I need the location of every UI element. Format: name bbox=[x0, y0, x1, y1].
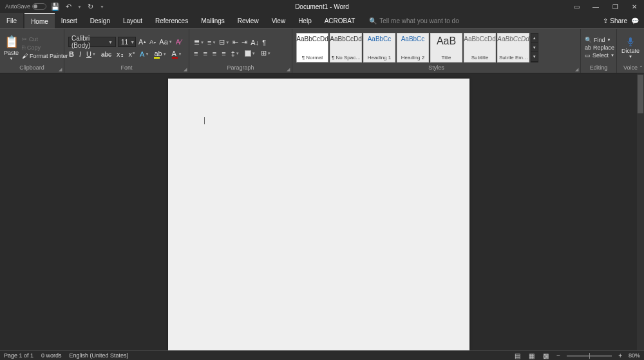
select-button[interactable]: ▭Select▼ bbox=[585, 52, 614, 59]
zoom-slider[interactable] bbox=[567, 355, 612, 357]
redo-icon[interactable]: ↻ bbox=[87, 3, 95, 10]
show-marks-button[interactable]: ¶ bbox=[261, 39, 267, 46]
tab-acrobat[interactable]: ACROBAT bbox=[318, 13, 362, 28]
gallery-down-button[interactable]: ▾ bbox=[531, 43, 538, 53]
grow-font-button[interactable]: A▴ bbox=[138, 38, 147, 46]
bullets-button[interactable]: ≣▼ bbox=[193, 38, 205, 46]
justify-button[interactable]: ≡ bbox=[221, 50, 226, 57]
document-canvas[interactable] bbox=[0, 73, 637, 350]
font-name-dropdown[interactable]: Calibri (Body)▼ bbox=[68, 37, 116, 47]
bold-button[interactable]: B bbox=[68, 50, 75, 58]
font-group-label: Font bbox=[120, 64, 132, 71]
tab-view[interactable]: View bbox=[265, 13, 292, 28]
tab-layout[interactable]: Layout bbox=[117, 13, 149, 28]
font-size-dropdown[interactable]: 11▼ bbox=[118, 37, 136, 47]
subscript-button[interactable]: x₂ bbox=[116, 50, 124, 58]
line-spacing-button[interactable]: ‡▼ bbox=[231, 50, 240, 57]
tell-me-search[interactable]: 🔍 Tell me what you want to do bbox=[361, 13, 459, 28]
text-cursor bbox=[204, 117, 205, 124]
dictate-button[interactable]: Dictate ▼ bbox=[621, 37, 640, 59]
undo-dropdown-icon[interactable]: ▼ bbox=[77, 5, 82, 9]
style-no-spacing[interactable]: AaBbCcDd¶ No Spac… bbox=[330, 33, 362, 62]
tab-help[interactable]: Help bbox=[292, 13, 318, 28]
paragraph-launcher[interactable]: ◢ bbox=[287, 67, 290, 72]
replace-label: Replace bbox=[593, 44, 614, 51]
font-color-button[interactable]: A▼ bbox=[171, 50, 183, 59]
text-effects-button[interactable]: A▼ bbox=[139, 50, 149, 58]
print-layout-button[interactable]: ▦ bbox=[527, 352, 536, 359]
borders-button[interactable]: ⊞▼ bbox=[260, 49, 272, 57]
font-launcher[interactable]: ◢ bbox=[184, 67, 187, 72]
tab-mailings[interactable]: Mailings bbox=[194, 13, 231, 28]
web-layout-button[interactable]: ▩ bbox=[541, 352, 550, 359]
numbering-button[interactable]: ≡▼ bbox=[207, 39, 216, 46]
underline-button[interactable]: U▼ bbox=[86, 50, 97, 58]
save-icon[interactable]: 💾 bbox=[52, 3, 59, 10]
decrease-indent-button[interactable]: ⇤ bbox=[232, 38, 239, 46]
qat-customize-icon[interactable]: ▼ bbox=[100, 5, 104, 9]
tab-review[interactable]: Review bbox=[231, 13, 265, 28]
styles-launcher[interactable]: ◢ bbox=[575, 67, 578, 72]
zoom-in-button[interactable]: + bbox=[617, 352, 623, 359]
vertical-scrollbar[interactable] bbox=[637, 73, 644, 350]
tab-insert[interactable]: Insert bbox=[55, 13, 84, 28]
gallery-more-button[interactable]: ▾ bbox=[531, 52, 538, 62]
status-page[interactable]: Page 1 of 1 bbox=[4, 352, 33, 359]
tab-design[interactable]: Design bbox=[84, 13, 117, 28]
collapse-ribbon-button[interactable]: ˆ bbox=[640, 65, 642, 71]
tab-references[interactable]: References bbox=[149, 13, 194, 28]
multilevel-list-button[interactable]: ⊟▼ bbox=[218, 38, 230, 46]
read-mode-button[interactable]: ▤ bbox=[513, 352, 522, 359]
style-title[interactable]: AaBTitle bbox=[430, 33, 462, 62]
style-heading1[interactable]: AaBbCcHeading 1 bbox=[363, 33, 395, 62]
style-subtitle[interactable]: AaBbCcDdSubtitle bbox=[464, 33, 496, 62]
status-word-count[interactable]: 0 words bbox=[41, 352, 62, 359]
status-language[interactable]: English (United States) bbox=[70, 352, 129, 359]
italic-button[interactable]: I bbox=[79, 50, 82, 58]
zoom-out-button[interactable]: − bbox=[555, 352, 562, 359]
increase-indent-button[interactable]: ⇥ bbox=[241, 38, 248, 46]
close-button[interactable]: ✕ bbox=[625, 0, 644, 13]
voice-group-label: Voice bbox=[623, 64, 638, 71]
comments-icon[interactable]: 💬 bbox=[631, 17, 639, 24]
ribbon-display-options[interactable]: ▭ bbox=[567, 0, 586, 13]
change-case-button[interactable]: Aa▼ bbox=[158, 38, 173, 46]
replace-button[interactable]: abReplace bbox=[585, 44, 614, 51]
shading-button[interactable]: ▼ bbox=[244, 50, 256, 57]
shrink-font-button[interactable]: A▾ bbox=[149, 39, 156, 45]
share-icon: ⇪ bbox=[603, 17, 608, 24]
autosave-toggle[interactable]: AutoSave bbox=[5, 3, 46, 10]
ribbon: 📋 Paste ▼ ✂Cut ⎘Copy 🖌Format Painter Cli… bbox=[0, 28, 644, 73]
style-normal[interactable]: AaBbCcDd¶ Normal bbox=[296, 33, 328, 62]
gallery-up-button[interactable]: ▴ bbox=[531, 33, 538, 43]
style-subtle-emphasis[interactable]: AaBbCcDdSubtle Em… bbox=[497, 33, 529, 62]
style-heading2[interactable]: AaBbCcHeading 2 bbox=[397, 33, 429, 62]
minimize-button[interactable]: — bbox=[586, 0, 605, 13]
maximize-button[interactable]: ❐ bbox=[605, 0, 625, 13]
tab-file[interactable]: File bbox=[0, 13, 23, 28]
undo-icon[interactable]: ↶ bbox=[64, 3, 72, 10]
clipboard-launcher[interactable]: ◢ bbox=[59, 67, 62, 72]
cut-button[interactable]: ✂Cut bbox=[22, 36, 68, 43]
highlight-button[interactable]: ab▼ bbox=[153, 50, 167, 59]
chevron-down-icon: ▼ bbox=[10, 57, 14, 61]
strikethrough-button[interactable]: abc bbox=[100, 51, 112, 58]
align-center-button[interactable]: ≡ bbox=[202, 50, 207, 57]
share-button[interactable]: ⇪ Share bbox=[603, 17, 627, 24]
format-painter-button[interactable]: 🖌Format Painter bbox=[22, 53, 68, 59]
zoom-level[interactable]: 80% bbox=[629, 352, 640, 359]
find-button[interactable]: 🔍Find▼ bbox=[585, 37, 614, 43]
align-left-button[interactable]: ≡ bbox=[193, 50, 198, 57]
quick-access-toolbar: AutoSave 💾 ↶ ▼ ↻ ▼ bbox=[0, 3, 104, 10]
clear-formatting-button[interactable]: A⁄ bbox=[175, 38, 182, 46]
tab-home[interactable]: Home bbox=[24, 13, 55, 28]
sort-button[interactable]: A↓ bbox=[250, 39, 260, 46]
paste-button[interactable]: 📋 Paste ▼ bbox=[4, 35, 19, 61]
share-label: Share bbox=[610, 17, 627, 24]
superscript-button[interactable]: x² bbox=[128, 50, 136, 58]
scrollbar-thumb[interactable] bbox=[638, 75, 643, 113]
copy-button[interactable]: ⎘Copy bbox=[22, 44, 68, 51]
align-right-button[interactable]: ≡ bbox=[212, 50, 217, 57]
page[interactable] bbox=[168, 79, 469, 350]
paste-icon: 📋 bbox=[5, 35, 19, 49]
